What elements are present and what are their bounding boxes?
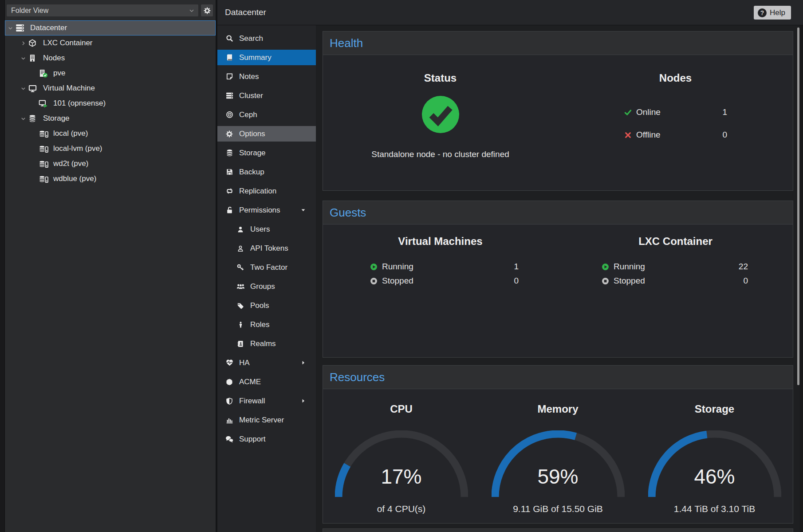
tree-item-datacenter[interactable]: Datacenter	[5, 20, 216, 35]
tree-item-pve[interactable]: pve	[5, 66, 216, 81]
expander-down-icon[interactable]	[8, 25, 16, 31]
cpu-gauge: CPU 17% of 4 CPU(s)	[323, 389, 480, 523]
nodes-title: Nodes	[558, 72, 793, 84]
address-book-icon	[236, 340, 244, 347]
menu-item-realms[interactable]: Realms	[217, 334, 316, 353]
resources-panel-body: CPU 17% of 4 CPU(s) Memory 59% 9.11	[323, 389, 793, 523]
menu-item-api-tokens[interactable]: API Tokens	[217, 239, 316, 258]
menu-item-permissions[interactable]: Permissions	[217, 201, 316, 220]
menu-item-label: Firewall	[239, 397, 265, 406]
cpu-gauge-percent: 17%	[323, 465, 480, 489]
memory-gauge-title: Memory	[480, 403, 636, 415]
cluster-icon	[225, 92, 233, 99]
chevron-down-icon	[189, 8, 195, 14]
menu-item-support[interactable]: Support	[217, 430, 316, 449]
question-circle-icon: ?	[758, 8, 767, 17]
tree-item-label: Virtual Machine	[43, 84, 95, 93]
vm-rows: Running 1 Stopped 0	[370, 260, 519, 288]
menu-item-label: Storage	[239, 149, 266, 158]
menu-item-firewall[interactable]: Firewall	[217, 391, 316, 410]
menu-item-pools[interactable]: Pools	[217, 296, 316, 315]
bar-chart-icon	[225, 416, 233, 424]
menu-item-label: ACME	[239, 378, 261, 386]
tree-item-nodes[interactable]: Nodes	[5, 51, 216, 66]
server-icon	[16, 24, 27, 32]
tree-item-label: Nodes	[43, 54, 65, 63]
view-mode-select[interactable]: Folder View	[6, 4, 199, 17]
menu-item-backup[interactable]: Backup	[217, 162, 316, 181]
user-icon	[236, 225, 244, 233]
tree-item-storage[interactable]: Storage	[5, 111, 216, 126]
stop-circle-icon	[370, 277, 378, 285]
storage-gauge: Storage 46% 1.44 TiB of 3.10 TiB	[636, 389, 793, 523]
menu-item-label: Replication	[239, 187, 276, 196]
tree-item-storage-local[interactable]: local (pve)	[5, 126, 216, 141]
menu-item-storage[interactable]: Storage	[217, 143, 316, 162]
cube-icon	[28, 39, 40, 47]
tree-item-lxc-container[interactable]: LXC Container	[5, 35, 216, 51]
menu-item-replication[interactable]: Replication	[217, 181, 316, 201]
menu-item-ha[interactable]: HA	[217, 353, 316, 372]
expander-right-icon[interactable]	[20, 40, 28, 46]
menu-item-label: Notes	[239, 72, 259, 81]
row-value: 22	[739, 262, 748, 272]
menu-item-label: API Tokens	[250, 244, 288, 253]
menu-item-users[interactable]: Users	[217, 220, 316, 239]
tree-item-storage-wd2t[interactable]: wd2t (pve)	[5, 156, 216, 171]
page-title: Datacenter	[225, 0, 266, 25]
tree-item-label: Datacenter	[30, 24, 67, 32]
tree-item-storage-wdblue[interactable]: wdblue (pve)	[5, 171, 216, 186]
health-panel: Health Status Standalone node - no clust…	[323, 31, 793, 191]
expander-down-icon[interactable]	[20, 116, 28, 122]
menu-item-label: Support	[239, 435, 266, 444]
expander-down-icon[interactable]	[20, 86, 28, 91]
nodes-offline-row: Offline 0	[624, 128, 727, 142]
row-value: 1	[722, 107, 727, 117]
memory-gauge-percent: 59%	[480, 465, 636, 489]
menu-item-notes[interactable]: Notes	[217, 67, 316, 86]
person-icon	[236, 321, 244, 328]
menu-item-summary[interactable]: Summary	[217, 48, 316, 67]
database-drive-icon	[39, 160, 50, 168]
ceph-icon	[225, 111, 233, 118]
menu-item-search[interactable]: Search	[217, 29, 316, 48]
menu-item-label: Ceph	[239, 110, 257, 119]
menu-item-options[interactable]: Options	[217, 124, 316, 143]
cpu-gauge-subtitle: of 4 CPU(s)	[323, 504, 480, 514]
database-drive-icon	[39, 130, 50, 138]
resources-panel-title: Resources	[330, 370, 385, 384]
building-icon	[28, 54, 40, 62]
resource-tree: Datacenter LXC Container Nodes pve Virtu…	[5, 20, 216, 186]
comments-icon	[225, 435, 233, 443]
vertical-scrollbar[interactable]	[797, 28, 799, 385]
menu-item-cluster[interactable]: Cluster	[217, 86, 316, 105]
menu-item-roles[interactable]: Roles	[217, 315, 316, 334]
database-icon	[225, 149, 233, 157]
tree-item-virtual-machine[interactable]: Virtual Machine	[5, 81, 216, 96]
menu-item-two-factor[interactable]: Two Factor	[217, 258, 316, 277]
note-icon	[225, 73, 233, 80]
menu-item-groups[interactable]: Groups	[217, 277, 316, 296]
tree-item-vm-101[interactable]: 101 (opnsense)	[5, 96, 216, 111]
desktop-icon	[28, 84, 40, 93]
vm-running-row: Running 1	[370, 260, 519, 273]
nodes-section: Nodes Online 1 Offline 0	[558, 55, 793, 190]
tree-item-label: Storage	[43, 114, 70, 123]
tree-settings-button[interactable]	[201, 4, 213, 17]
view-mode-value: Folder View	[11, 7, 48, 15]
lxc-running-row: Running 22	[602, 260, 748, 273]
menu-item-ceph[interactable]: Ceph	[217, 105, 316, 124]
guests-panel-title: Guests	[330, 206, 366, 220]
help-button-label: Help	[770, 8, 785, 17]
datacenter-menu-panel: Search Summary Notes Cluster Ceph Option…	[217, 25, 316, 532]
help-button[interactable]: ? Help	[754, 6, 791, 20]
caret-right-icon	[300, 398, 306, 404]
expander-down-icon[interactable]	[20, 55, 28, 61]
menu-item-metric-server[interactable]: Metric Server	[217, 410, 316, 430]
tree-item-storage-local-lvm[interactable]: local-lvm (pve)	[5, 141, 216, 156]
content-topbar: Datacenter ? Help	[217, 0, 803, 25]
tree-item-label: local (pve)	[53, 129, 88, 138]
menu-item-acme[interactable]: ACME	[217, 372, 316, 391]
stop-circle-icon	[602, 277, 609, 285]
menu-item-label: Search	[239, 34, 263, 43]
